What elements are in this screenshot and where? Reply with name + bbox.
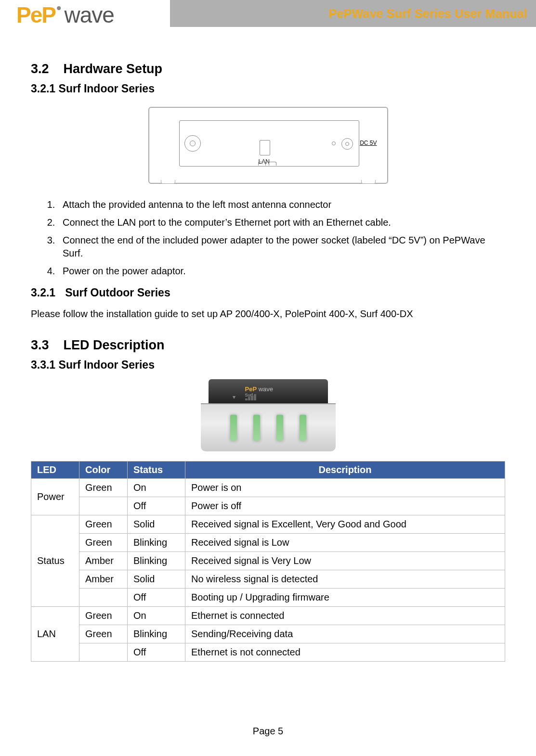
led-indicator-icon xyxy=(253,415,260,441)
cell-color: Amber xyxy=(79,552,128,570)
device-front-top: PeP wave Surf ▾ xyxy=(209,379,328,403)
cell-color: Green xyxy=(79,625,128,643)
table-row: Off Booting up / Upgrading firmware xyxy=(31,589,505,607)
section-3-2-1-heading: 3.2.1 Surf Indoor Series xyxy=(31,82,505,95)
device-front-bottom xyxy=(201,403,336,451)
cell-color: Green xyxy=(79,607,128,625)
table-row: Off Power is off xyxy=(31,497,505,515)
cell-status: Solid xyxy=(128,570,185,589)
section-3-2-number: 3.2 xyxy=(31,62,49,77)
table-row: Off Ethernet is not connected xyxy=(31,643,505,662)
cell-description: Received signal is Excellent, Very Good … xyxy=(185,515,505,534)
section-3-2-heading: 3.2Hardware Setup xyxy=(31,62,505,77)
page-footer: Page 5 xyxy=(0,726,536,737)
foot-icon xyxy=(361,180,376,184)
header-bar: PePWave Surf Series User Manual xyxy=(170,0,536,27)
cell-status: Off xyxy=(128,643,185,662)
col-header-status: Status xyxy=(128,461,185,479)
cell-description: Received signal is Low xyxy=(185,534,505,552)
section-3-3-1-heading: 3.3.1 Surf Indoor Series xyxy=(31,359,505,372)
col-header-color: Color xyxy=(79,461,128,479)
table-row: Green Blinking Sending/Receiving data xyxy=(31,625,505,643)
cell-status: Blinking xyxy=(128,552,185,570)
led-indicator-icon xyxy=(230,415,237,441)
cell-description: Received signal is Very Low xyxy=(185,552,505,570)
list-item: Connect the LAN port to the computer’s E… xyxy=(58,216,505,229)
cell-led: Power xyxy=(31,479,79,515)
wifi-icon: ▾ xyxy=(233,394,235,400)
cell-color: Green xyxy=(79,515,128,534)
tab-icon xyxy=(269,162,276,166)
cell-description: Sending/Receiving data xyxy=(185,625,505,643)
logo-dot-icon: • xyxy=(56,0,62,16)
section-3-2-1b-number: 3.2.1 xyxy=(31,286,55,299)
table-row: Green Blinking Received signal is Low xyxy=(31,534,505,552)
section-3-2-1b-heading: 3.2.1Surf Outdoor Series xyxy=(31,286,505,299)
table-row: Amber Blinking Received signal is Very L… xyxy=(31,552,505,570)
led-description-table: LED Color Status Description Power Green… xyxy=(31,461,505,662)
dc-port-icon xyxy=(341,138,353,150)
cell-description: Ethernet is not connected xyxy=(185,643,505,662)
logo-pep-text: PeP xyxy=(16,2,55,28)
cell-color: Green xyxy=(79,479,128,497)
cell-color xyxy=(79,589,128,607)
cell-description: Power is off xyxy=(185,497,505,515)
cell-status: Blinking xyxy=(128,625,185,643)
section-3-2-1b-title: Surf Outdoor Series xyxy=(65,286,170,299)
cell-status: Off xyxy=(128,589,185,607)
cell-status: On xyxy=(128,479,185,497)
cell-description: Booting up / Upgrading firmware xyxy=(185,589,505,607)
logo-wave-text: wave xyxy=(64,2,114,28)
cell-description: Ethernet is connected xyxy=(185,607,505,625)
led-indicator-icon xyxy=(300,415,306,441)
section-3-2-title: Hardware Setup xyxy=(64,62,163,76)
foot-icon xyxy=(161,180,175,184)
device-rear-outline: LAN DC 5V xyxy=(148,107,388,184)
device-rear-panel: LAN DC 5V xyxy=(179,120,359,167)
device-brand-pep: PeP xyxy=(245,385,257,393)
cell-led: LAN xyxy=(31,607,79,662)
table-row: LAN Green On Ethernet is connected xyxy=(31,607,505,625)
logo: PeP • wave xyxy=(16,2,114,28)
outdoor-body-text: Please follow the installation guide to … xyxy=(31,307,505,320)
signal-bars-icon xyxy=(245,394,256,400)
antenna-connector-icon xyxy=(184,135,201,152)
cell-color xyxy=(79,497,128,515)
figure-device-rear: LAN DC 5V xyxy=(148,107,388,184)
table-row: Status Green Solid Received signal is Ex… xyxy=(31,515,505,534)
setup-steps-list: Attach the provided antenna to the left … xyxy=(31,198,505,278)
cell-status: On xyxy=(128,607,185,625)
cell-description: No wireless signal is detected xyxy=(185,570,505,589)
section-3-3-title: LED Description xyxy=(64,338,165,352)
cell-color xyxy=(79,643,128,662)
device-model-label: Surf xyxy=(245,393,328,397)
lan-port-icon xyxy=(260,140,270,155)
list-item: Connect the end of the included power ad… xyxy=(58,234,505,260)
cell-status: Blinking xyxy=(128,534,185,552)
section-3-3-number: 3.3 xyxy=(31,338,49,353)
section-3-3-heading: 3.3LED Description xyxy=(31,338,505,353)
button-hole-icon xyxy=(332,141,336,145)
cell-color: Green xyxy=(79,534,128,552)
table-row: Amber Solid No wireless signal is detect… xyxy=(31,570,505,589)
cell-status: Solid xyxy=(128,515,185,534)
table-row: Power Green On Power is on xyxy=(31,479,505,497)
cell-status: Off xyxy=(128,497,185,515)
tab-icon xyxy=(258,162,266,166)
list-item: Attach the provided antenna to the left … xyxy=(58,198,505,211)
cell-description: Power is on xyxy=(185,479,505,497)
led-indicator-icon xyxy=(276,415,283,441)
document-title: PePWave Surf Series User Manual xyxy=(329,7,527,21)
col-header-description: Description xyxy=(185,461,505,479)
cell-color: Amber xyxy=(79,570,128,589)
dc-port-label: DC 5V xyxy=(360,140,377,146)
figure-device-front: PeP wave Surf ▾ xyxy=(201,379,336,451)
col-header-led: LED xyxy=(31,461,79,479)
cell-led: Status xyxy=(31,515,79,607)
list-item: Power on the power adaptor. xyxy=(58,265,505,278)
device-brand-wave: wave xyxy=(257,385,273,393)
